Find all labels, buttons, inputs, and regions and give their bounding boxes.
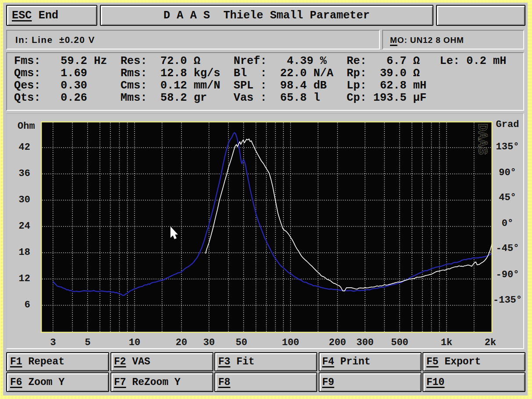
- svg-text:DAAS: DAAS: [475, 124, 489, 155]
